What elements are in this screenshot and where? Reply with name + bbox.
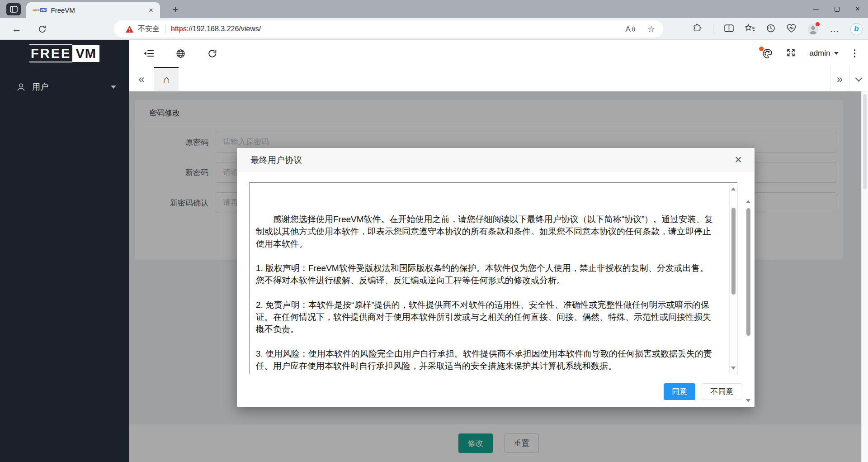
dialog-title: 最终用户协议 bbox=[250, 154, 733, 166]
scroll-up-arrow[interactable] bbox=[746, 200, 750, 203]
theme-badge-dot bbox=[759, 47, 764, 51]
globe-icon bbox=[176, 49, 185, 58]
eula-text: 感谢您选择使用FreeVM软件。在开始使用之前，请您仔细阅读以下最终用户协议（以… bbox=[250, 183, 737, 372]
username-label: admin bbox=[809, 49, 830, 58]
browser-tab[interactable]: FREEVM FreeVM × bbox=[26, 2, 160, 18]
maximize-icon bbox=[835, 7, 840, 12]
workspaces-icon bbox=[10, 6, 18, 13]
profile-button[interactable] bbox=[807, 24, 819, 35]
window-controls: × bbox=[806, 0, 868, 18]
screen: FREEVM FreeVM × + × ← 不安全 https ://192.1… bbox=[0, 0, 868, 462]
palette-icon bbox=[762, 48, 773, 59]
chevron-down-icon bbox=[855, 74, 863, 81]
eula-paragraph: 感谢您选择使用FreeVM软件。在开始使用之前，请您仔细阅读以下最终用户协议（以… bbox=[256, 213, 716, 250]
more-options-button[interactable] bbox=[852, 48, 858, 59]
copilot-button[interactable]: b bbox=[850, 23, 863, 35]
eula-paragraph: 3. 使用风险：使用本软件的风险完全由用户自行承担。软件提供商不承担因使用本软件… bbox=[256, 348, 716, 372]
menu-fold-icon bbox=[143, 49, 154, 58]
fullscreen-icon bbox=[786, 48, 796, 57]
back-button[interactable]: ← bbox=[9, 22, 24, 36]
reload-view-button[interactable] bbox=[202, 40, 222, 67]
address-bar[interactable]: 不安全 https ://192.168.3.226/views/ ☆ bbox=[114, 20, 663, 38]
history-clock-icon bbox=[766, 24, 775, 33]
tab-home[interactable]: ⌂ bbox=[154, 67, 179, 91]
header-right-cluster: admin bbox=[762, 40, 857, 67]
favorite-star-button[interactable]: ☆ bbox=[647, 24, 655, 34]
read-aloud-icon bbox=[625, 25, 636, 33]
agree-button[interactable]: 同意 bbox=[664, 383, 695, 400]
view-tab-strip: « ⌂ » bbox=[129, 67, 868, 91]
refresh-icon bbox=[38, 25, 47, 33]
extensions-button[interactable] bbox=[693, 24, 702, 35]
collapse-sidebar-button[interactable] bbox=[139, 40, 159, 67]
dialog-header: 最终用户协议 × bbox=[237, 148, 755, 172]
tabs-menu-button[interactable] bbox=[849, 67, 868, 91]
fullscreen-button[interactable] bbox=[786, 48, 796, 59]
chevron-down-icon bbox=[111, 86, 116, 89]
app-header: admin bbox=[129, 40, 868, 67]
favorites-hub-icon bbox=[745, 24, 755, 33]
tab-close-icon[interactable]: × bbox=[147, 6, 155, 15]
page-scrollbar[interactable] bbox=[861, 91, 868, 462]
dialog-close-button[interactable]: × bbox=[733, 154, 744, 166]
toolbar-right-icons: … b bbox=[693, 18, 863, 40]
window-maximize-button[interactable] bbox=[826, 0, 847, 18]
tab-title: FreeVM bbox=[51, 6, 148, 14]
read-aloud-button[interactable] bbox=[625, 25, 636, 33]
heart-pulse-icon bbox=[786, 24, 797, 33]
user-icon bbox=[16, 82, 26, 92]
toolbar-separator bbox=[713, 24, 713, 33]
new-tab-button[interactable]: + bbox=[168, 3, 183, 16]
eula-text-box[interactable]: 感谢您选择使用FreeVM软件。在开始使用之前，请您仔细阅读以下最终用户协议（以… bbox=[249, 182, 737, 374]
url-text: ://192.168.3.226/views/ bbox=[187, 25, 261, 33]
dialog-footer: 同意 不同意 bbox=[237, 380, 755, 407]
scroll-down-arrow[interactable] bbox=[731, 367, 736, 370]
dialog-scrollbar[interactable] bbox=[744, 198, 752, 404]
browser-toolbar: ← 不安全 https ://192.168.3.226/views/ ☆ bbox=[0, 18, 868, 40]
sidebar: FREEVM 用户 bbox=[0, 40, 129, 462]
browser-essentials-button[interactable] bbox=[786, 24, 797, 35]
not-secure-label[interactable]: 不安全 bbox=[138, 24, 160, 34]
page-scrollbar-thumb[interactable] bbox=[863, 94, 867, 189]
window-minimize-button[interactable] bbox=[806, 0, 826, 18]
tabs-scroll-right-button[interactable]: » bbox=[830, 67, 849, 91]
main-content: 密码修改 原密码 新密码 新密码确认 修改 重置 最终用户协 bbox=[129, 91, 868, 462]
minimize-icon bbox=[813, 9, 819, 10]
language-button[interactable] bbox=[170, 40, 190, 67]
logo-text-vm: VM bbox=[72, 45, 99, 62]
browser-tab-bar: FREEVM FreeVM × + × bbox=[0, 0, 868, 18]
eula-paragraph: 2. 免责声明：本软件是按“原样”提供的，软件提供商不对软件的适用性、安全性、准… bbox=[256, 299, 716, 335]
extensions-puzzle-icon bbox=[693, 24, 702, 33]
sidebar-item-users[interactable]: 用户 bbox=[0, 74, 129, 100]
history-button[interactable] bbox=[766, 24, 775, 35]
user-menu[interactable]: admin bbox=[809, 49, 838, 58]
freevm-favicon: FREEVM bbox=[33, 8, 47, 13]
eula-inner-scrollbar[interactable] bbox=[729, 183, 737, 374]
eula-dialog: 最终用户协议 × 感谢您选择使用FreeVM软件。在开始使用之前，请您仔细阅读以… bbox=[237, 148, 755, 407]
favorites-hub-button[interactable] bbox=[745, 24, 755, 34]
url-protocol: https bbox=[171, 25, 187, 33]
disagree-button[interactable]: 不同意 bbox=[702, 383, 742, 400]
logo-text-free: FREE bbox=[29, 44, 72, 62]
settings-menu-button[interactable]: … bbox=[830, 27, 840, 31]
notification-dot bbox=[816, 22, 820, 26]
address-separator bbox=[165, 25, 165, 33]
refresh-button[interactable] bbox=[34, 22, 50, 36]
freevm-logo: FREEVM bbox=[0, 40, 129, 67]
theme-button[interactable] bbox=[762, 48, 773, 59]
eula-paragraph: 1. 版权声明：FreeVM软件受版权法和国际版权条约的保护。本软件仅为您个人使… bbox=[256, 262, 716, 286]
dialog-scrollbar-thumb[interactable] bbox=[746, 208, 750, 336]
tabs-scroll-left-button[interactable]: « bbox=[129, 67, 154, 91]
not-secure-warning-icon bbox=[126, 26, 133, 33]
reload-icon bbox=[208, 49, 217, 58]
window-close-button[interactable]: × bbox=[847, 0, 868, 18]
tab-actions-button[interactable] bbox=[6, 3, 21, 15]
sidebar-item-label: 用户 bbox=[32, 81, 48, 92]
dialog-body: 感谢您选择使用FreeVM软件。在开始使用之前，请您仔细阅读以下最终用户协议（以… bbox=[237, 172, 755, 380]
chevron-down-icon bbox=[834, 52, 839, 55]
split-screen-button[interactable] bbox=[724, 24, 734, 34]
inner-scrollbar-thumb[interactable] bbox=[731, 208, 736, 295]
split-screen-icon bbox=[724, 24, 734, 32]
scroll-up-arrow[interactable] bbox=[731, 187, 736, 191]
